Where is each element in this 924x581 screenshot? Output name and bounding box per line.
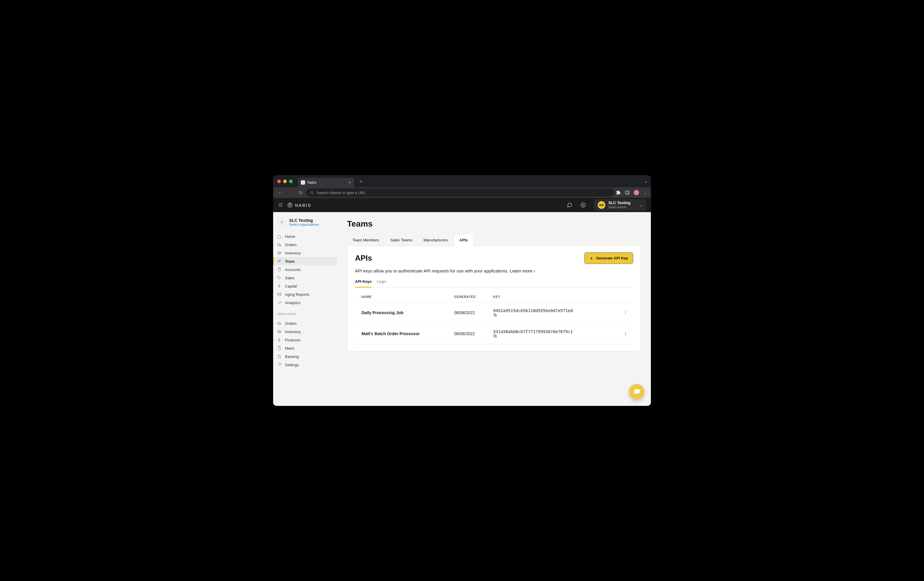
nav-label: Orders — [285, 321, 297, 326]
chevron-right-icon: › — [274, 276, 275, 280]
trend-icon — [277, 301, 282, 305]
window-controls[interactable] — [277, 180, 293, 183]
chat-icon[interactable] — [567, 202, 576, 208]
box-icon — [277, 251, 282, 255]
main-content: Teams Team MembersSales TeamsManufacture… — [337, 212, 651, 406]
chat-bubble-icon — [633, 388, 640, 395]
browser-tab[interactable]: ◳ Nabis ✕ — [298, 178, 354, 187]
nav-admin: ›OrdersInventory›FinancesMetrcBanking›Se… — [273, 318, 337, 369]
sidebar-item-orders[interactable]: ›Orders — [273, 240, 337, 249]
row-name: Daily Processing Job — [355, 302, 451, 323]
sidebar-item-aging-reports[interactable]: Aging Reports — [273, 290, 337, 298]
org-switcher[interactable]: NA SLC Testing Nabis Admin ⌄ — [594, 199, 646, 211]
sidebar-item-team[interactable]: Team — [273, 257, 337, 265]
col-key: KEY — [490, 291, 615, 302]
menu-toggle-button[interactable] — [278, 202, 283, 208]
sidebar-org[interactable]: SLC Testing Switch organizations — [273, 218, 337, 230]
brand-logo[interactable]: NABIS — [287, 202, 311, 208]
sidebar-item-sales[interactable]: ›Sales — [273, 274, 337, 282]
subtab-logs[interactable]: Logs — [377, 279, 386, 288]
sidebar-item-banking[interactable]: Banking — [273, 353, 337, 361]
tab-manufacturers[interactable]: Manufacturers — [418, 234, 454, 246]
nav-label: Banking — [285, 354, 299, 359]
switch-org-link[interactable]: Switch organizations — [289, 223, 319, 226]
table-row: Daily Processing Job08/08/20229452a9515d… — [355, 302, 633, 323]
row-key: 331a58abb8cb7f7717999387de7679c1 — [490, 323, 615, 344]
section-tabs: Team MembersSales TeamsManufacturersAPIs — [347, 234, 641, 246]
chevron-right-icon: › — [274, 363, 275, 366]
sidebar-item-home[interactable]: Home — [273, 232, 337, 240]
sidebar-item-metrc[interactable]: Metrc — [273, 344, 337, 353]
page-title: Teams — [347, 219, 641, 228]
sidebar-item-analytics[interactable]: Analytics — [273, 298, 337, 307]
svg-point-25 — [280, 324, 280, 324]
plus-icon — [589, 256, 594, 260]
row-generated: 08/08/2022 — [451, 323, 490, 344]
sidebar-item-accounts[interactable]: ›Accounts — [273, 265, 337, 274]
browser-menu-icon[interactable]: ⋮ — [643, 190, 648, 195]
add-icon[interactable] — [581, 202, 590, 208]
dollar-icon — [277, 284, 282, 288]
url-input[interactable]: Search Neeva or type a URL — [306, 189, 614, 197]
maximize-icon[interactable] — [289, 180, 293, 183]
copy-icon[interactable] — [493, 334, 612, 338]
generate-api-key-button[interactable]: Generate API Key — [585, 253, 633, 263]
sidebar-item-inventory[interactable]: Inventory — [273, 249, 337, 257]
nav-label: Metrc — [285, 346, 295, 351]
new-tab-button[interactable]: ＋ — [356, 178, 365, 185]
users-icon — [277, 259, 282, 263]
svg-line-1 — [312, 194, 313, 194]
reload-button[interactable]: ⟳ — [296, 190, 304, 195]
tab-close-icon[interactable]: ✕ — [348, 180, 351, 185]
sub-tabs: API KeysLogs — [355, 279, 633, 288]
svg-point-30 — [279, 364, 280, 365]
forward-button[interactable]: → — [286, 190, 294, 195]
section-description: API keys allow you to authenticate API r… — [355, 268, 633, 273]
tab-apis[interactable]: APIs — [454, 234, 474, 246]
back-button[interactable]: ← — [276, 190, 284, 195]
clipboard-icon — [277, 267, 282, 271]
chevron-right-icon: › — [274, 243, 275, 247]
chevron-right-icon: › — [274, 268, 275, 271]
table-row: Matt's Batch Order Processor08/08/202233… — [355, 323, 633, 344]
section-title: APIs — [355, 253, 372, 263]
truck-icon — [277, 243, 282, 247]
api-keys-table: NAME GENERATED KEY Daily Processing Job0… — [355, 291, 633, 344]
browser-actions: ⋮ — [616, 190, 648, 195]
close-icon[interactable] — [277, 180, 281, 183]
row-menu-button[interactable]: ⋮ — [615, 323, 633, 344]
extensions-icon[interactable] — [616, 190, 621, 195]
nav-label: Team — [285, 259, 295, 263]
sidebar-item-capital[interactable]: Capital — [273, 282, 337, 290]
tab-team-members[interactable]: Team Members — [347, 234, 385, 246]
learn-more-link[interactable]: Learn more › — [510, 268, 535, 273]
sidebar-item-orders[interactable]: ›Orders — [273, 319, 337, 328]
row-menu-button[interactable]: ⋮ — [615, 302, 633, 323]
row-name: Matt's Batch Order Processor — [355, 323, 451, 344]
chevron-right-icon: › — [274, 322, 275, 325]
copy-icon[interactable] — [493, 313, 612, 317]
subtab-api-keys[interactable]: API Keys — [355, 279, 371, 288]
nav-label: Finances — [285, 338, 300, 342]
profile-avatar-icon[interactable] — [634, 190, 639, 195]
sidebar-item-settings[interactable]: ›Settings — [273, 361, 337, 369]
support-chat-button[interactable] — [629, 384, 644, 399]
tab-sales-teams[interactable]: Sales Teams — [385, 234, 418, 246]
sidebar-item-finances[interactable]: ›Finances — [273, 336, 337, 344]
org-name: SLC Testing — [608, 201, 630, 205]
description-text: API keys allow you to authenticate API r… — [355, 268, 508, 273]
apis-card: APIs Generate API Key API keys allow you… — [347, 246, 641, 351]
nav-admin-title: Nabis Admin — [273, 307, 337, 318]
org-role: Nabis Admin — [608, 205, 630, 209]
tag-icon — [277, 276, 282, 280]
sidebar-item-inventory[interactable]: Inventory — [273, 328, 337, 336]
tabs-overflow-icon[interactable]: ⌄ — [644, 179, 648, 184]
nav-primary: Home›OrdersInventoryTeam›Accounts›SalesC… — [273, 230, 337, 307]
minimize-icon[interactable] — [283, 180, 287, 183]
nav-label: Capital — [285, 284, 297, 288]
panel-icon[interactable] — [625, 190, 630, 195]
bag-icon — [277, 354, 282, 359]
svg-point-12 — [278, 245, 279, 246]
tab-favicon-icon: ◳ — [301, 180, 305, 185]
nav-label: Sales — [285, 276, 295, 280]
